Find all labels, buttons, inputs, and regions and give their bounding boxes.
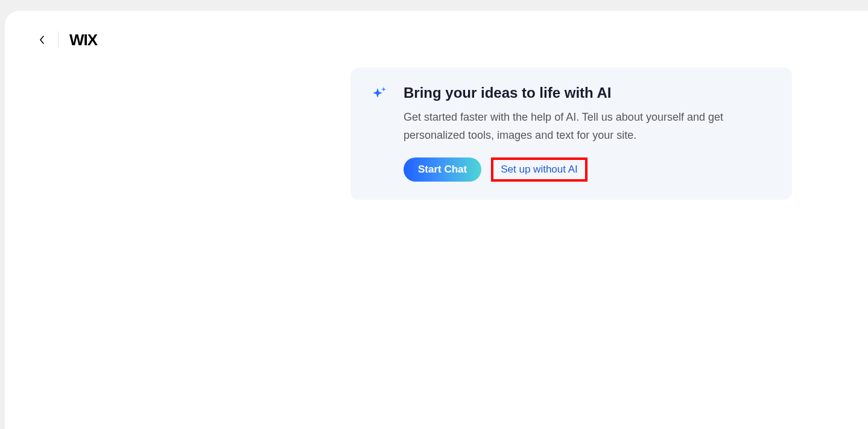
- card-title: Bring your ideas to life with AI: [404, 84, 771, 101]
- wix-logo: WIX: [69, 31, 97, 49]
- back-button[interactable]: [35, 33, 49, 47]
- highlight-box: Set up without AI: [491, 157, 588, 182]
- card-description: Get started faster with the help of AI. …: [404, 109, 771, 144]
- vertical-divider: [58, 31, 59, 48]
- sparkle-icon: [371, 86, 388, 182]
- topbar: WIX: [5, 11, 868, 69]
- setup-without-ai-link[interactable]: Set up without AI: [501, 164, 578, 176]
- card-actions: Start Chat Set up without AI: [404, 157, 771, 182]
- card-body: Bring your ideas to life with AI Get sta…: [404, 84, 771, 182]
- start-chat-button[interactable]: Start Chat: [404, 157, 481, 182]
- chevron-left-icon: [39, 35, 45, 45]
- page-container: WIX Bring your ideas to life with AI Get…: [5, 11, 868, 429]
- ai-onboarding-card: Bring your ideas to life with AI Get sta…: [350, 68, 792, 200]
